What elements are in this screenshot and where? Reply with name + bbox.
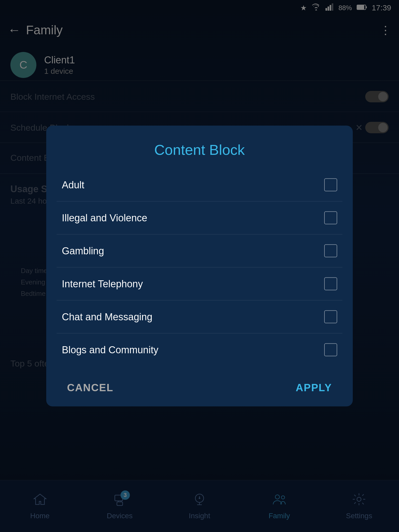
checkbox-illegal[interactable] <box>324 211 337 224</box>
dialog-item-telephony[interactable]: Internet Telephony <box>57 268 342 301</box>
dialog-footer: CANCEL APPLY <box>46 369 353 407</box>
item-label-blogs: Blogs and Community <box>62 344 158 355</box>
item-label-illegal: Illegal and Violence <box>62 212 147 223</box>
dialog-item-blogs[interactable]: Blogs and Community <box>57 334 342 366</box>
cancel-button[interactable]: CANCEL <box>67 382 114 394</box>
checkbox-chat[interactable] <box>324 310 337 323</box>
item-label-adult: Adult <box>62 179 84 190</box>
dialog-title: Content Block <box>46 126 353 169</box>
item-label-telephony: Internet Telephony <box>62 278 143 289</box>
dialog-item-chat[interactable]: Chat and Messaging <box>57 301 342 334</box>
item-label-chat: Chat and Messaging <box>62 311 152 322</box>
dialog-item-gambling[interactable]: Gambling <box>57 235 342 268</box>
checkbox-adult[interactable] <box>324 178 337 191</box>
checkbox-blogs[interactable] <box>324 343 337 356</box>
dialog-item-illegal[interactable]: Illegal and Violence <box>57 202 342 235</box>
item-label-gambling: Gambling <box>62 245 104 256</box>
apply-button[interactable]: APPLY <box>296 382 332 394</box>
dialog-item-adult[interactable]: Adult <box>57 169 342 202</box>
checkbox-telephony[interactable] <box>324 277 337 290</box>
content-block-dialog: Content Block Adult Illegal and Violence… <box>46 126 353 407</box>
dialog-items-list: Adult Illegal and Violence Gambling Inte… <box>46 169 353 366</box>
checkbox-gambling[interactable] <box>324 244 337 257</box>
